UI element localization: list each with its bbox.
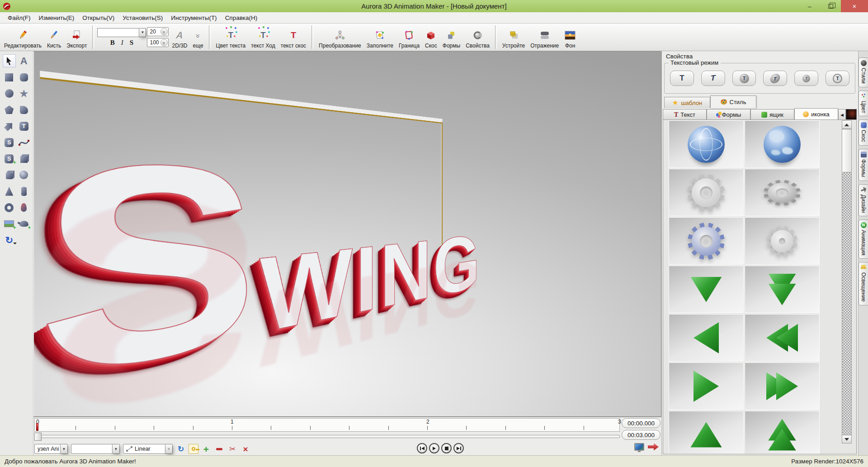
scroll-up-button[interactable] <box>842 120 852 129</box>
tool-svg-text[interactable]: S <box>3 136 15 148</box>
stop-button[interactable] <box>441 443 452 453</box>
font-family-combo[interactable]: ▼ <box>97 28 146 37</box>
tool-select[interactable] <box>3 55 15 67</box>
text-mode-sphere2-button[interactable]: T <box>763 71 787 86</box>
side-tab-design[interactable]: Дизайн <box>859 184 868 216</box>
minimize-button[interactable]: – <box>799 0 820 12</box>
background-button[interactable]: Фон <box>562 24 578 50</box>
char-spacing-spinner[interactable]: 100» <box>147 38 169 47</box>
text-bevel-button[interactable]: T текст скос <box>278 24 308 50</box>
text-mode-flat-button[interactable]: T <box>670 71 694 86</box>
library-item-arrow-left-double[interactable] <box>745 314 820 362</box>
preview-monitor-button[interactable] <box>634 443 644 451</box>
tool-torus[interactable] <box>3 201 15 214</box>
scrollbar-thumb[interactable] <box>842 129 852 172</box>
remove-keyframe-button[interactable] <box>214 444 224 454</box>
tab-scroll-left-button[interactable]: ◀ <box>838 109 846 120</box>
library-item-arrow-down-double[interactable] <box>745 266 820 313</box>
timeline-ruler[interactable]: 0 1 2 3 <box>34 418 620 432</box>
library-item-gear-blue[interactable] <box>669 217 744 265</box>
text-stroke-button[interactable]: T текст Ход <box>249 24 278 50</box>
tool-image-import[interactable]: + <box>3 218 15 230</box>
tab-style[interactable]: Стиль <box>710 95 756 108</box>
node-select-combo[interactable]: узел Ani ▼ <box>34 444 68 454</box>
tab-shapes[interactable]: Формы <box>707 109 750 120</box>
side-tab-lighting[interactable]: Освещение <box>859 262 868 305</box>
menu-help[interactable]: Справка(H) <box>221 13 262 23</box>
border-button[interactable]: Граница <box>396 24 422 50</box>
properties-button[interactable]: Свойства <box>463 24 492 50</box>
library-item-arrow-right[interactable] <box>669 362 744 410</box>
tool-swoosh[interactable]: ↻ <box>3 234 15 246</box>
tool-ellipse[interactable] <box>3 87 15 100</box>
menu-file[interactable]: Файл(F) <box>4 13 34 23</box>
menu-setup[interactable]: Установить(S) <box>118 13 167 23</box>
side-tab-color[interactable]: Цвет <box>859 91 868 117</box>
arrange-button[interactable]: Устройте <box>500 24 527 50</box>
fill-button[interactable]: Заполните <box>364 24 396 50</box>
italic-button[interactable]: I <box>121 39 123 47</box>
scrollbar-track[interactable] <box>842 129 852 435</box>
icon-grid-scrollbar[interactable] <box>842 120 852 453</box>
side-tab-animation[interactable]: N Анимация <box>859 219 868 259</box>
menu-tools[interactable]: Инструменты(T) <box>167 13 221 23</box>
side-tab-bevel[interactable]: Скос <box>859 119 868 146</box>
tool-text-frame[interactable]: T <box>18 120 30 132</box>
tab-icon[interactable]: иконка <box>794 108 838 120</box>
tool-model-import[interactable]: + <box>18 218 30 230</box>
library-item-gear-silver[interactable] <box>745 217 820 265</box>
delete-button[interactable]: × <box>241 444 250 454</box>
tab-text[interactable]: T Текст <box>663 109 707 120</box>
text-mode-skew-button[interactable]: T <box>701 71 725 86</box>
tool-vase[interactable] <box>18 201 30 214</box>
more-button[interactable]: » еще <box>190 24 205 50</box>
cut-button[interactable]: ✂ <box>227 444 237 454</box>
library-item-gear-metal[interactable] <box>745 169 820 216</box>
total-time-field[interactable]: 00:03.000 <box>622 430 660 440</box>
library-item-arrow-up-double[interactable] <box>745 411 820 454</box>
strike-button[interactable]: S <box>130 39 133 47</box>
text-mode-sphere3-button[interactable]: T <box>794 71 818 86</box>
side-tab-styles[interactable]: Стили <box>859 57 868 87</box>
text-mode-ring-button[interactable]: T <box>826 71 849 86</box>
bevel-button[interactable]: Скос <box>423 24 439 50</box>
spinner-buttons-icon[interactable]: » <box>160 39 168 46</box>
tool-box[interactable] <box>3 169 15 181</box>
tool-cone[interactable] <box>3 185 15 197</box>
viewport-canvas[interactable]: SWING SWING <box>33 51 661 417</box>
tab-template[interactable]: ★ шаблон <box>664 97 710 108</box>
library-item-arrow-down[interactable] <box>669 266 744 313</box>
export-animation-button[interactable] <box>648 443 659 451</box>
font-size-spinner[interactable]: 20» <box>147 27 169 36</box>
tool-cube[interactable] <box>18 152 30 165</box>
text-mode-sphere1-button[interactable]: T <box>732 71 756 86</box>
tool-shield[interactable] <box>18 104 30 116</box>
tab-box[interactable]: ящик <box>750 109 794 120</box>
menu-view[interactable]: Открыть(V) <box>78 13 118 23</box>
tool-cylinder[interactable] <box>18 185 30 197</box>
library-item-globe-network[interactable] <box>669 120 744 168</box>
tool-star[interactable]: ★ <box>18 87 30 100</box>
tool-rectangle[interactable] <box>3 71 15 83</box>
close-button[interactable]: × <box>841 0 868 12</box>
keyframe-button[interactable] <box>189 444 198 453</box>
library-item-gear-flat[interactable] <box>669 169 744 216</box>
playhead[interactable] <box>36 423 38 431</box>
brush-button[interactable]: Кисть <box>45 24 63 50</box>
library-item-arrow-left[interactable] <box>669 314 744 362</box>
tool-rounded-rectangle[interactable] <box>18 71 30 83</box>
tab-texture-thumbnail[interactable] <box>846 109 857 120</box>
play-button[interactable] <box>429 443 439 453</box>
track-slider-handle[interactable] <box>34 433 42 441</box>
add-keyframe-button[interactable]: + <box>201 444 211 454</box>
tool-text[interactable]: A <box>18 55 30 67</box>
tool-svg-import[interactable]: S+ <box>3 152 15 165</box>
timeline-track[interactable] <box>34 433 620 441</box>
bold-button[interactable]: B <box>110 39 115 47</box>
property-combo[interactable]: ▼ <box>71 444 120 454</box>
reflection-button[interactable]: Отражение <box>528 24 561 50</box>
library-item-globe-earth[interactable] <box>745 120 820 168</box>
shear-2d3d-button[interactable]: A 2D/3D <box>170 24 189 50</box>
interpolation-combo[interactable]: Linear ▼ <box>123 444 173 454</box>
tool-polygon[interactable] <box>3 104 15 116</box>
